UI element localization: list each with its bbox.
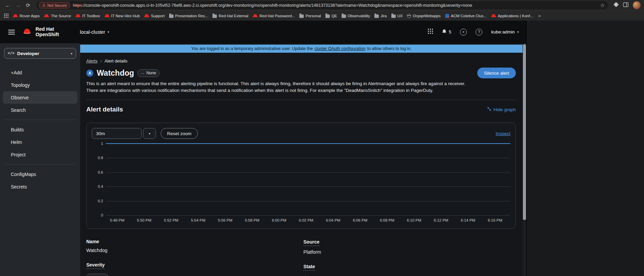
sidebar-item-topology[interactable]: Topology	[3, 79, 77, 91]
inspect-link[interactable]: Inspect	[496, 131, 510, 136]
severity-label[interactable]: Severity	[86, 262, 105, 269]
perspective-label: Developer	[17, 51, 39, 56]
sidebar-item-configmaps[interactable]: ConfigMaps	[3, 168, 77, 180]
chevron-down-icon: ▾	[148, 132, 150, 135]
add-icon[interactable]: +	[460, 29, 467, 35]
redhat-icon	[13, 14, 18, 18]
code-icon: </>	[8, 51, 15, 55]
scrollbar[interactable]	[523, 43, 526, 276]
sidebar-item-builds[interactable]: Builds	[3, 123, 77, 136]
redhat-icon	[253, 14, 258, 18]
bookmark-label: The Source	[51, 14, 71, 18]
help-icon[interactable]: ?	[476, 29, 482, 35]
graph-controls: 30m ▾ Reset zoom Inspect	[92, 128, 510, 139]
severity-label-pill: -- None	[137, 69, 160, 77]
bookmark-star-icon[interactable]: ☆	[600, 2, 605, 8]
user-menu[interactable]: kube:admin ▾	[491, 29, 519, 34]
bookmark-item[interactable]: Jira	[374, 14, 387, 18]
y-tick-label: 1	[101, 142, 103, 146]
cluster-selector[interactable]: local-cluster ▾	[80, 29, 109, 35]
x-tick-label: 6:00 PM	[272, 218, 286, 223]
sidebar-item-observe[interactable]: Observe	[3, 91, 77, 104]
x-tick-label: 6:06 PM	[353, 218, 367, 223]
bell-icon	[442, 29, 447, 35]
folder-icon	[169, 15, 174, 18]
sidebar-item-add[interactable]: +Add	[3, 66, 77, 79]
oauth-config-link[interactable]: cluster OAuth configuration	[315, 46, 366, 51]
bookmark-label: UX	[397, 14, 403, 18]
sidebar-item-search[interactable]: Search	[3, 104, 77, 116]
app-launcher-icon[interactable]	[428, 29, 433, 35]
forward-icon[interactable]: →	[14, 2, 22, 8]
sidebar: </> Developer ▾ +Add Topology Observe Se…	[0, 43, 80, 276]
breadcrumb-alerts-link[interactable]: Alerts	[86, 58, 97, 64]
folder-icon	[325, 15, 330, 18]
banner-text-after: to allow others to log in.	[367, 46, 411, 51]
perspective-switcher[interactable]: </> Developer ▾	[4, 48, 76, 59]
redhat-icon	[44, 14, 49, 18]
gridline	[106, 172, 510, 173]
side-panel-icon[interactable]	[623, 2, 628, 8]
alert-graph-panel: 30m ▾ Reset zoom Inspect 1 0.8	[86, 123, 516, 229]
sidebar-item-helm[interactable]: Helm	[3, 136, 77, 148]
refresh-icon[interactable]: ⟳	[24, 2, 32, 8]
y-tick-label: 0.8	[98, 156, 103, 160]
bookmark-item[interactable]: ACM Coletive Clus...	[445, 14, 487, 18]
folder-icon	[342, 15, 346, 18]
compress-icon	[487, 107, 491, 112]
x-tick-label: 5:50 PM	[137, 218, 152, 223]
masthead: Red HatOpenShift local-cluster ▾ 5 + ? k…	[0, 21, 526, 43]
bookmark-item[interactable]: Personal	[299, 14, 321, 18]
back-icon[interactable]: ←	[3, 2, 12, 8]
main-content: You are logged in as a temporary adminis…	[80, 43, 526, 276]
breadcrumb: Alerts › Alert details	[86, 58, 516, 64]
bookmark-item[interactable]: Observability	[342, 14, 370, 18]
bookmark-item[interactable]: Support	[144, 14, 164, 18]
address-bar[interactable]: ⚠ Not Secure https://console-openshift-c…	[37, 1, 608, 9]
bookmark-item[interactable]: Presentation Res...	[169, 14, 208, 18]
bookmark-item[interactable]: UX	[391, 14, 403, 18]
silence-alert-button[interactable]: Silence alert	[477, 68, 516, 78]
bookmark-label: Rover Apps	[20, 14, 40, 18]
bookmark-item[interactable]: Red Hat Password...	[253, 14, 295, 18]
sidebar-item-project[interactable]: Project	[3, 148, 77, 161]
bookmark-item[interactable]: QE	[325, 14, 337, 18]
alert-details-header: Alert details Hide graph	[86, 105, 516, 114]
alert-title-row: A Watchdog -- None Silence alert	[86, 68, 516, 78]
url-text: https://console-openshift-console.apps.c…	[73, 3, 597, 8]
reset-zoom-button[interactable]: Reset zoom	[161, 128, 198, 139]
bookmark-item[interactable]: Red Hat External	[212, 14, 248, 18]
sidebar-item-secrets[interactable]: Secrets	[3, 180, 77, 193]
notifications-button[interactable]: 5	[442, 29, 451, 35]
scrollbar-thumb[interactable]	[523, 44, 526, 220]
x-tick-label: 5:56 PM	[218, 218, 232, 223]
bookmark-item[interactable]: IT Toolbox	[75, 14, 100, 18]
profile-avatar[interactable]	[633, 1, 641, 9]
time-range-input[interactable]: 30m	[92, 128, 142, 139]
redhat-icon	[75, 14, 80, 18]
redhat-icon	[491, 14, 496, 18]
bookmark-item[interactable]: Rover Apps	[13, 14, 40, 18]
bookmark-item[interactable]: The Source	[44, 14, 71, 18]
bookmarks-overflow-icon[interactable]: »	[538, 13, 540, 18]
extensions-icon[interactable]	[614, 2, 619, 8]
page-viewport: Red HatOpenShift local-cluster ▾ 5 + ? k…	[0, 21, 526, 276]
bookmark-item[interactable]: Applications | Konf...	[491, 14, 533, 18]
hamburger-menu-icon[interactable]	[8, 30, 15, 34]
not-secure-badge[interactable]: ⚠ Not Secure	[39, 2, 70, 8]
bookmark-label: Jira	[381, 14, 387, 18]
x-tick-label: 5:52 PM	[164, 218, 179, 223]
bookmark-label: Applications | Konf...	[498, 14, 533, 18]
masthead-toolbar: 5 + ? kube:admin ▾	[428, 29, 521, 35]
source-label[interactable]: Source	[303, 239, 319, 246]
state-label[interactable]: State	[303, 264, 315, 271]
bookmark-item[interactable]: IT New Hire Hub	[105, 14, 140, 18]
gridline	[106, 186, 510, 187]
y-tick-label: 0.6	[98, 170, 103, 174]
gridline	[106, 158, 510, 158]
hide-graph-link[interactable]: Hide graph	[487, 107, 516, 112]
bookmark-item[interactable]: OcpqeWebapps	[407, 14, 440, 18]
section-divider	[86, 100, 516, 100]
time-range-dropdown-button[interactable]: ▾	[143, 128, 156, 139]
apps-shortcut-icon[interactable]	[4, 14, 8, 18]
